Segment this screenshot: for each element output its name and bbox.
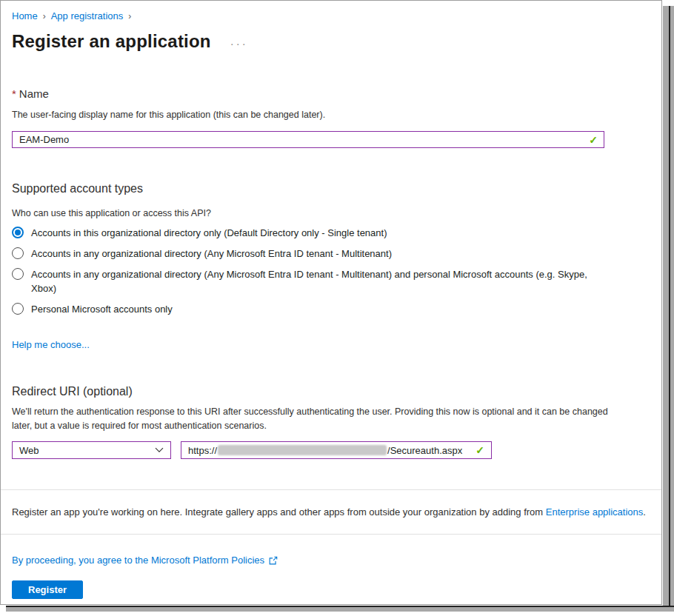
external-link-icon: [268, 555, 278, 566]
name-label-text: Name: [19, 87, 49, 100]
radio-option-personal-only[interactable]: Personal Microsoft accounts only: [12, 302, 650, 316]
frame-shadow: [6, 606, 674, 612]
radio-button[interactable]: [12, 247, 24, 259]
page-title: Register an application: [12, 30, 211, 53]
radio-option-label: Accounts in any organizational directory…: [31, 247, 392, 261]
more-options-icon[interactable]: ···: [230, 37, 248, 50]
register-application-page: Home›App registrations› Register an appl…: [0, 0, 662, 605]
radio-option-label: Personal Microsoft accounts only: [31, 302, 173, 316]
register-note-text: Register an app you're working on here. …: [12, 506, 546, 518]
platform-policies-link[interactable]: By proceeding, you agree to the Microsof…: [12, 554, 278, 567]
uri-suffix-text: /Secureauth.aspx: [387, 445, 462, 456]
supported-account-types-heading: Supported account types: [12, 181, 650, 196]
account-type-radio-group: Accounts in this organizational director…: [12, 226, 650, 316]
platform-select-value: Web: [19, 445, 39, 456]
radio-button-selected[interactable]: [12, 227, 24, 238]
redirect-uri-description: We'll return the authentication response…: [12, 405, 613, 433]
radio-option-single-tenant[interactable]: Accounts in this organizational director…: [12, 226, 650, 240]
platform-select[interactable]: Web: [12, 441, 171, 459]
breadcrumb-separator-icon: ›: [43, 11, 46, 21]
account-types-question: Who can use this application or access t…: [12, 207, 650, 220]
breadcrumb-app-registrations-link[interactable]: App registrations: [51, 10, 124, 21]
chevron-down-icon: [155, 447, 164, 453]
policy-link-text: By proceeding, you agree to the Microsof…: [12, 554, 264, 567]
frame-shadow: [663, 6, 674, 612]
name-field-label: *Name: [12, 87, 650, 101]
breadcrumb-home-link[interactable]: Home: [12, 10, 38, 21]
name-field-description: The user-facing display name for this ap…: [12, 109, 650, 121]
required-asterisk: *: [12, 87, 16, 100]
radio-button[interactable]: [12, 303, 24, 315]
breadcrumb: Home›App registrations›: [12, 10, 650, 23]
register-note: Register an app you're working on here. …: [1, 490, 661, 534]
radio-option-multitenant-personal[interactable]: Accounts in any organizational directory…: [12, 267, 650, 295]
redirect-uri-input[interactable]: https:// /Secureauth.aspx ✓: [181, 441, 492, 459]
radio-option-multitenant[interactable]: Accounts in any organizational directory…: [12, 247, 650, 261]
policy-row: By proceeding, you agree to the Microsof…: [1, 535, 661, 567]
uri-prefix-text: https://: [188, 445, 217, 456]
screenshot-frame: Home›App registrations› Register an appl…: [0, 0, 674, 616]
valid-check-icon: ✓: [476, 444, 484, 456]
radio-option-label: Accounts in any organizational directory…: [31, 267, 598, 295]
radio-option-label: Accounts in this organizational director…: [31, 226, 387, 240]
enterprise-applications-link[interactable]: Enterprise applications: [546, 506, 644, 518]
breadcrumb-separator-icon: ›: [128, 11, 131, 21]
register-button[interactable]: Register: [12, 580, 83, 599]
redacted-region: [218, 445, 387, 455]
radio-button[interactable]: [12, 268, 24, 280]
name-input[interactable]: [12, 131, 604, 148]
redirect-uri-heading: Redirect URI (optional): [12, 384, 650, 399]
register-note-period: .: [643, 506, 646, 518]
help-me-choose-link[interactable]: Help me choose...: [12, 339, 90, 350]
